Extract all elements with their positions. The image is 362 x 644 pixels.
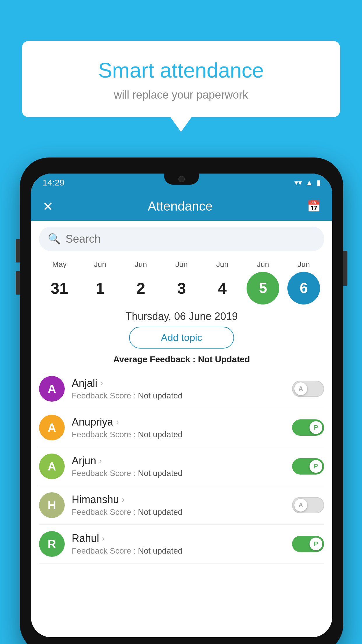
student-avatar: A (39, 415, 65, 440)
chevron-right-icon: › (99, 456, 102, 466)
student-info: Rahul ›Feedback Score : Not updated (72, 532, 292, 556)
cal-month: Jun (175, 260, 188, 269)
speech-bubble-tail (171, 117, 191, 132)
feedback-value: Not updated (138, 508, 182, 517)
student-item: RRahul ›Feedback Score : Not updatedP (39, 525, 324, 564)
calendar-day[interactable]: Jun6 (285, 260, 323, 304)
chevron-right-icon: › (100, 379, 103, 388)
student-name[interactable]: Anjali › (72, 377, 292, 389)
student-name[interactable]: Arjun › (72, 455, 292, 467)
toggle-knob: P (310, 460, 322, 473)
close-button[interactable]: ✕ (43, 199, 53, 214)
phone-frame: 14:29 ▾▾ ▲ ▮ ✕ Attendance 📅 🔍 May31Jun1J… (20, 158, 343, 644)
speech-bubble-container: Smart attendance will replace your paper… (22, 41, 340, 132)
calendar-day[interactable]: Jun5 (244, 260, 282, 304)
student-avatar: R (39, 531, 65, 557)
student-info: Arjun ›Feedback Score : Not updated (72, 455, 292, 478)
attendance-toggle-container[interactable]: P (292, 458, 324, 475)
cal-date[interactable]: 1 (84, 272, 117, 304)
attendance-toggle[interactable]: P (292, 458, 324, 475)
cal-month: Jun (298, 260, 310, 269)
search-input[interactable] (66, 233, 315, 245)
wifi-icon: ▾▾ (294, 178, 302, 187)
battery-icon: ▮ (317, 178, 321, 187)
status-icons: ▾▾ ▲ ▮ (294, 178, 321, 187)
student-item: AAnjali ›Feedback Score : Not updatedA (39, 370, 324, 408)
calendar-day[interactable]: Jun2 (122, 260, 160, 304)
feedback-value: Not updated (138, 430, 182, 439)
toggle-knob: A (294, 382, 307, 395)
avg-feedback-value: Not Updated (198, 354, 250, 364)
feedback-value: Not updated (138, 546, 182, 555)
header-title: Attendance (148, 199, 213, 214)
student-feedback: Feedback Score : Not updated (72, 469, 292, 478)
app-header: ✕ Attendance 📅 (31, 192, 332, 221)
attendance-toggle[interactable]: A (292, 381, 324, 397)
cal-month: May (52, 260, 66, 269)
student-feedback: Feedback Score : Not updated (72, 546, 292, 556)
cal-month: Jun (94, 260, 106, 269)
speech-bubble-subtitle: will replace your paperwork (45, 89, 317, 101)
student-feedback: Feedback Score : Not updated (72, 391, 292, 400)
avg-feedback: Average Feedback : Not Updated (31, 354, 332, 364)
camera (178, 176, 185, 182)
cal-date[interactable]: 4 (206, 272, 239, 304)
cal-date[interactable]: 3 (165, 272, 198, 304)
attendance-toggle[interactable]: A (292, 497, 324, 513)
chevron-right-icon: › (116, 417, 119, 427)
status-time: 14:29 (43, 178, 64, 188)
search-bar[interactable]: 🔍 (39, 227, 324, 251)
student-feedback: Feedback Score : Not updated (72, 430, 292, 439)
calendar-day[interactable]: Jun3 (163, 260, 201, 304)
student-item: AArjun ›Feedback Score : Not updatedP (39, 447, 324, 486)
toggle-knob: A (294, 499, 307, 512)
chevron-right-icon: › (102, 534, 105, 543)
feedback-value: Not updated (138, 469, 182, 478)
chevron-right-icon: › (122, 495, 124, 504)
student-avatar: H (39, 492, 65, 518)
student-name[interactable]: Rahul › (72, 532, 292, 545)
cal-date[interactable]: 5 (247, 272, 279, 304)
student-info: Anjali ›Feedback Score : Not updated (72, 377, 292, 400)
cal-date[interactable]: 6 (287, 272, 320, 304)
attendance-toggle-container[interactable]: P (292, 536, 324, 552)
toggle-knob: P (310, 538, 322, 550)
volume-up-button (16, 239, 20, 262)
student-feedback: Feedback Score : Not updated (72, 508, 292, 517)
student-list: AAnjali ›Feedback Score : Not updatedAAA… (31, 370, 332, 564)
calendar-row: May31Jun1Jun2Jun3Jun4Jun5Jun6 (31, 257, 332, 304)
attendance-toggle[interactable]: P (292, 536, 324, 552)
calendar-day[interactable]: Jun4 (203, 260, 241, 304)
attendance-toggle-container[interactable]: A (292, 381, 324, 397)
speech-bubble-title: Smart attendance (45, 58, 317, 82)
cal-month: Jun (257, 260, 269, 269)
selected-date: Thursday, 06 June 2019 (31, 304, 332, 327)
attendance-toggle[interactable]: P (292, 419, 324, 436)
student-info: Himanshu ›Feedback Score : Not updated (72, 494, 292, 517)
cal-date[interactable]: 31 (43, 272, 76, 304)
attendance-toggle-container[interactable]: A (292, 497, 324, 513)
speech-bubble: Smart attendance will replace your paper… (22, 41, 340, 117)
calendar-day[interactable]: May31 (41, 260, 78, 304)
student-name[interactable]: Himanshu › (72, 494, 292, 506)
add-topic-button[interactable]: Add topic (129, 327, 234, 349)
toggle-knob: P (310, 421, 322, 434)
volume-down-button (16, 271, 20, 295)
feedback-value: Not updated (138, 391, 182, 400)
calendar-icon[interactable]: 📅 (307, 200, 321, 213)
cal-month: Jun (135, 260, 147, 269)
cal-date[interactable]: 2 (124, 272, 157, 304)
calendar-day[interactable]: Jun1 (81, 260, 119, 304)
student-item: HHimanshu ›Feedback Score : Not updatedA (39, 486, 324, 525)
phone-screen: 14:29 ▾▾ ▲ ▮ ✕ Attendance 📅 🔍 May31Jun1J… (31, 174, 332, 637)
signal-icon: ▲ (305, 178, 313, 187)
student-name[interactable]: Anupriya › (72, 416, 292, 428)
cal-month: Jun (216, 260, 229, 269)
phone-notch (164, 174, 199, 185)
student-item: AAnupriya ›Feedback Score : Not updatedP (39, 408, 324, 447)
search-icon: 🔍 (48, 233, 61, 245)
student-avatar: A (39, 376, 65, 402)
student-info: Anupriya ›Feedback Score : Not updated (72, 416, 292, 439)
attendance-toggle-container[interactable]: P (292, 419, 324, 436)
student-avatar: A (39, 454, 65, 479)
